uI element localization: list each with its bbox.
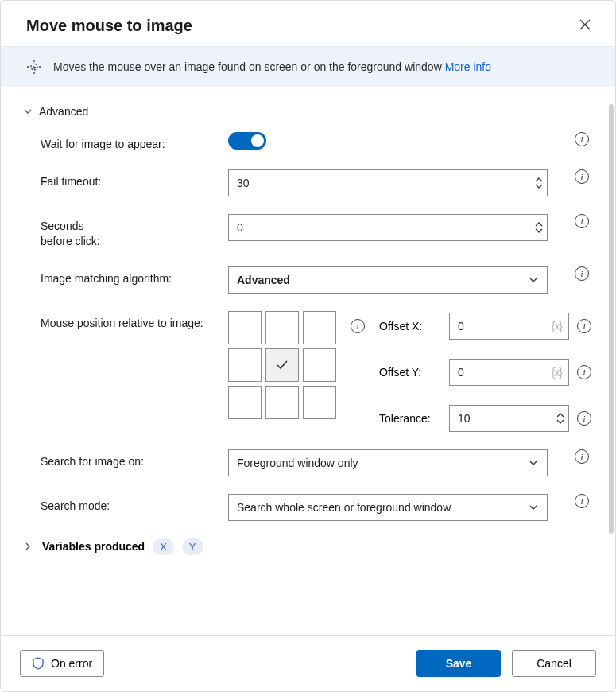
variables-produced-section[interactable]: Variables produced X Y [21, 538, 591, 555]
spinner-icon[interactable] [556, 413, 564, 424]
pos-bottom-left[interactable] [228, 386, 262, 419]
position-grid [228, 311, 336, 419]
seconds-before-click-row: Seconds before click: 0 i [41, 214, 591, 249]
variable-hint-icon[interactable]: {x} [552, 366, 562, 379]
chevron-down-icon [528, 274, 539, 286]
pos-top-right[interactable] [303, 311, 336, 344]
advanced-section-toggle[interactable]: Advanced [21, 105, 591, 118]
check-icon [274, 357, 290, 373]
tolerance-input[interactable]: 10 [449, 405, 569, 432]
algorithm-label: Image matching algorithm: [41, 266, 228, 286]
offset-y-row: Offset Y: 0 {x} i [379, 359, 591, 386]
pos-middle-left[interactable] [228, 348, 262, 382]
dialog-body: Advanced Wait for image to appear: i Fai… [1, 87, 615, 635]
search-mode-label: Search mode: [41, 494, 228, 514]
seconds-before-click-input[interactable]: 0 [228, 214, 548, 241]
variable-hint-icon[interactable]: {x} [552, 320, 562, 332]
cursor-target-icon [26, 60, 42, 74]
fail-timeout-label: Fail timeout: [41, 169, 228, 189]
seconds-before-click-label: Seconds before click: [41, 214, 228, 249]
search-on-row: Search for image on: Foreground window o… [41, 449, 591, 476]
dialog-footer: On error Save Cancel [1, 635, 615, 691]
info-icon[interactable]: i [577, 365, 591, 379]
offset-column: Offset X: 0 {x} i Offset Y: 0 {x} [379, 313, 591, 432]
info-icon[interactable]: i [575, 266, 589, 281]
pos-top-center[interactable] [265, 311, 299, 344]
search-mode-row: Search mode: Search whole screen or fore… [41, 494, 591, 521]
search-on-select[interactable]: Foreground window only [228, 449, 548, 476]
close-button[interactable] [574, 14, 596, 38]
info-icon[interactable]: i [575, 214, 589, 228]
banner-text: Moves the mouse over an image found on s… [53, 60, 491, 73]
info-icon[interactable]: i [575, 449, 589, 464]
wait-for-image-label: Wait for image to appear: [41, 132, 228, 152]
wait-for-image-row: Wait for image to appear: i [41, 132, 591, 152]
mouse-position-label: Mouse position relative to image: [41, 311, 228, 331]
pos-top-left[interactable] [228, 311, 262, 344]
pos-middle-right[interactable] [303, 348, 336, 382]
tolerance-label: Tolerance: [379, 412, 441, 425]
cancel-button[interactable]: Cancel [512, 650, 596, 677]
info-icon[interactable]: i [577, 411, 591, 426]
search-mode-select[interactable]: Search whole screen or foreground window [228, 494, 548, 521]
chevron-down-icon [21, 105, 34, 118]
variable-x-chip[interactable]: X [153, 538, 174, 555]
offset-x-row: Offset X: 0 {x} i [379, 313, 591, 340]
tolerance-row: Tolerance: 10 i [379, 405, 591, 432]
search-on-label: Search for image on: [41, 449, 228, 469]
chevron-down-icon [528, 457, 539, 468]
pos-bottom-right[interactable] [303, 386, 336, 419]
close-icon [579, 18, 591, 31]
info-icon[interactable]: i [575, 494, 589, 508]
dialog-header: Move mouse to image [1, 1, 615, 46]
scrollbar[interactable] [609, 104, 614, 534]
info-banner: Moves the mouse over an image found on s… [1, 46, 615, 87]
more-info-link[interactable]: More info [445, 60, 491, 73]
fail-timeout-row: Fail timeout: 30 i [41, 169, 591, 196]
chevron-down-icon [528, 502, 539, 513]
offset-x-label: Offset X: [379, 320, 441, 332]
offset-y-label: Offset Y: [379, 366, 441, 379]
spinner-icon[interactable] [535, 222, 543, 233]
variable-y-chip[interactable]: Y [182, 538, 203, 555]
dialog-title: Move mouse to image [26, 17, 192, 35]
spinner-icon[interactable] [535, 177, 543, 189]
chevron-right-icon [21, 540, 34, 553]
save-button[interactable]: Save [416, 650, 501, 677]
algorithm-select[interactable]: Advanced [228, 266, 548, 294]
info-icon[interactable]: i [575, 132, 589, 146]
shield-icon [32, 657, 45, 670]
pos-bottom-center[interactable] [265, 386, 299, 419]
offset-x-input[interactable]: 0 {x} [449, 313, 569, 340]
wait-for-image-toggle[interactable] [228, 132, 266, 150]
mouse-position-row: Mouse position relative to image: i [41, 311, 591, 432]
info-icon[interactable]: i [351, 319, 365, 333]
on-error-button[interactable]: On error [20, 650, 104, 677]
offset-y-input[interactable]: 0 {x} [449, 359, 569, 386]
move-mouse-dialog: Move mouse to image Moves the mouse over… [0, 0, 616, 692]
algorithm-row: Image matching algorithm: Advanced i [41, 266, 591, 294]
pos-middle-center[interactable] [265, 348, 299, 382]
info-icon[interactable]: i [577, 319, 591, 333]
info-icon[interactable]: i [575, 169, 589, 184]
fail-timeout-input[interactable]: 30 [228, 169, 548, 196]
